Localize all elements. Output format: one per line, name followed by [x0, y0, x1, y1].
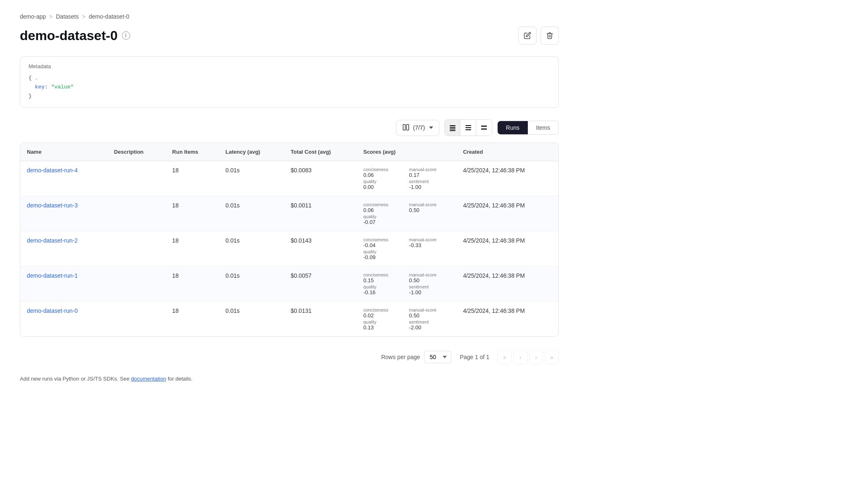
score-value: -0.16 [363, 289, 404, 295]
score-name: manual-score [409, 237, 450, 242]
created-cell: 4/25/2024, 12:46:38 PM [456, 267, 558, 302]
columns-icon [402, 124, 410, 132]
run-description-cell [107, 231, 166, 267]
rows-per-page: Rows per page 10 25 50 100 [381, 351, 451, 363]
page-navigation: « ‹ › » [498, 350, 559, 364]
svg-rect-4 [450, 129, 455, 129]
breadcrumb-current: demo-dataset-0 [89, 13, 129, 20]
run-name-link[interactable]: demo-dataset-run-3 [27, 202, 78, 209]
delete-button[interactable] [541, 26, 559, 45]
density-normal-button[interactable] [460, 120, 476, 136]
next-page-button[interactable]: › [529, 350, 543, 364]
breadcrumb-datasets[interactable]: Datasets [56, 13, 79, 20]
score-value: -0.04 [363, 242, 404, 248]
rows-per-page-select[interactable]: 10 25 50 100 [424, 351, 451, 363]
svg-rect-8 [465, 129, 471, 130]
density-loose-button[interactable] [476, 120, 492, 136]
svg-rect-6 [465, 125, 471, 126]
score-value: -0.09 [363, 254, 404, 260]
score-value: 0.50 [409, 277, 450, 283]
score-value: 0.17 [409, 172, 450, 178]
metadata-box: Metadata { ⌄ key: "value" } [20, 56, 559, 108]
score-name: quality [363, 319, 404, 324]
created-cell: 4/25/2024, 12:46:38 PM [456, 196, 558, 231]
run-name-link[interactable]: demo-dataset-run-4 [27, 167, 78, 174]
svg-rect-9 [481, 126, 487, 127]
score-name: manual-score [409, 272, 450, 277]
last-page-button[interactable]: » [545, 350, 559, 364]
run-name-link[interactable]: demo-dataset-run-1 [27, 272, 78, 279]
score-value: -0.33 [409, 242, 450, 248]
runs-view-button[interactable]: Runs [498, 121, 528, 134]
latency-cell: 0.01s [219, 196, 284, 231]
run-name-link[interactable]: demo-dataset-run-2 [27, 237, 78, 244]
density-group [444, 119, 492, 136]
score-value: -1.00 [409, 184, 450, 190]
rows-per-page-label: Rows per page [381, 354, 420, 360]
columns-count: (7/7) [413, 124, 425, 131]
score-item: sentiment-2.00 [409, 319, 450, 331]
first-page-button[interactable]: « [498, 350, 512, 364]
score-item: manual-score0.50 [409, 307, 450, 319]
latency-cell: 0.01s [219, 231, 284, 267]
breadcrumb-home[interactable]: demo-app [20, 13, 46, 20]
edit-button[interactable] [518, 26, 537, 45]
breadcrumb-sep-1: > [49, 13, 52, 20]
score-name: quality [363, 179, 404, 184]
score-name: manual-score [409, 202, 450, 207]
items-view-button[interactable]: Items [528, 121, 558, 134]
col-run-items: Run Items [166, 143, 219, 161]
run-description-cell [107, 267, 166, 302]
score-name: quality [363, 214, 404, 219]
columns-button[interactable]: (7/7) [396, 120, 439, 136]
title-actions [518, 26, 559, 45]
run-items-cell: 18 [166, 161, 219, 196]
score-value: 0.50 [409, 207, 450, 213]
latency-cell: 0.01s [219, 302, 284, 337]
prev-page-button[interactable]: ‹ [513, 350, 527, 364]
score-item: manual-score-0.33 [409, 237, 450, 248]
score-item: quality-0.07 [363, 214, 404, 225]
svg-rect-3 [450, 127, 455, 128]
score-item: sentiment-1.00 [409, 179, 450, 190]
score-item: quality0.00 [363, 179, 404, 190]
svg-rect-2 [450, 125, 455, 126]
total-cost-cell: $0.0011 [284, 196, 357, 231]
created-cell: 4/25/2024, 12:46:38 PM [456, 161, 558, 196]
page-info: Page 1 of 1 [460, 354, 489, 360]
svg-rect-0 [403, 124, 405, 130]
score-item: manual-score0.50 [409, 272, 450, 283]
title-row: demo-dataset-0 i [20, 26, 559, 45]
score-name: quality [363, 284, 404, 289]
documentation-link[interactable]: documentation [131, 376, 166, 382]
score-item: conciseness0.15 [363, 272, 404, 283]
score-name: sentiment [409, 179, 450, 184]
run-name-link[interactable]: demo-dataset-run-0 [27, 307, 78, 314]
density-compact-button[interactable] [445, 120, 460, 136]
chevron-down-icon [429, 126, 433, 129]
score-name: quality [363, 249, 404, 254]
score-name: sentiment [409, 319, 450, 324]
run-description-cell [107, 302, 166, 337]
svg-rect-7 [465, 127, 471, 128]
score-value: -2.00 [409, 324, 450, 331]
score-value: 0.02 [363, 312, 404, 319]
created-cell: 4/25/2024, 12:46:38 PM [456, 231, 558, 267]
score-value: -1.00 [409, 289, 450, 295]
score-name: conciseness [363, 237, 404, 242]
scores-cell: conciseness0.15manual-score0.50quality-0… [357, 267, 456, 302]
total-cost-cell: $0.0143 [284, 231, 357, 267]
score-name: conciseness [363, 272, 404, 277]
info-icon[interactable]: i [122, 31, 130, 40]
col-scores: Scores (avg) [357, 143, 456, 161]
run-name-cell: demo-dataset-run-3 [20, 196, 107, 231]
score-item: conciseness0.06 [363, 202, 404, 213]
svg-rect-5 [450, 130, 455, 131]
total-cost-cell: $0.0083 [284, 161, 357, 196]
col-name: Name [20, 143, 107, 161]
col-created: Created [456, 143, 558, 161]
score-value: 0.00 [363, 184, 404, 190]
scores-cell: conciseness0.02manual-score0.50quality0.… [357, 302, 456, 337]
score-value: 0.13 [363, 324, 404, 331]
run-name-cell: demo-dataset-run-1 [20, 267, 107, 302]
